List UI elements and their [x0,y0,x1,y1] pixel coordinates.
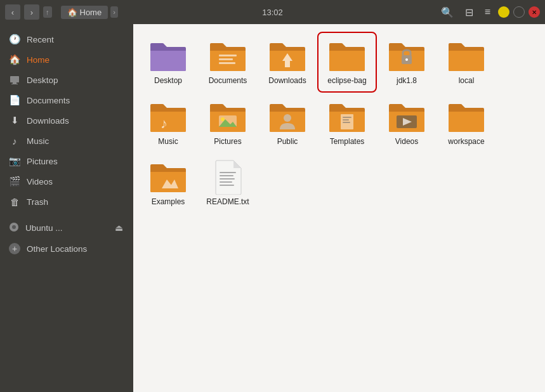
location-arrow-right[interactable]: › [110,6,118,18]
sidebar-item-videos[interactable]: 🎬 Videos [0,171,133,192]
svg-rect-24 [220,175,233,176]
sidebar-label-home: Home [27,55,49,65]
file-grid: Desktop Documents [141,34,537,211]
sidebar-item-downloads[interactable]: ⬇ Downloads [0,110,133,131]
file-item-eclipse-bag[interactable]: eclipse-bag [320,34,374,90]
videos-folder-icon [388,99,426,134]
sidebar-item-ubuntu[interactable]: Ubuntu ... ⏏ [0,217,133,238]
sidebar-item-home[interactable]: 🏠 Home [0,49,133,70]
jdk-label: jdk1.8 [397,76,417,86]
svg-rect-7 [219,62,235,64]
pictures-icon: 📷 [9,155,20,167]
sidebar-item-recent[interactable]: 🕐 Recent [0,29,133,49]
toolbar-actions: 🔍 ⊟ ≡ ✕ [437,4,540,21]
window-title: 13:02 [262,8,283,17]
back-button[interactable]: ‹ [5,4,20,20]
location-home-button[interactable]: 🏠 Home [61,6,108,19]
recent-icon: 🕐 [9,34,20,45]
workspace-label: workspace [448,137,484,147]
menu-button[interactable]: ≡ [481,4,494,20]
svg-rect-17 [343,117,351,118]
file-item-jdk[interactable]: jdk1.8 [379,34,434,90]
local-label: local [459,76,475,86]
downloads-label: Downloads [268,76,306,86]
file-item-downloads[interactable]: Downloads [260,34,315,90]
svg-point-10 [405,58,408,61]
public-folder-icon [268,99,306,134]
svg-rect-0 [10,76,19,82]
file-item-music[interactable]: ♪ Music [141,95,195,151]
sidebar-item-pictures[interactable]: 📷 Pictures [0,151,133,171]
eclipse-bag-label: eclipse-bag [327,76,366,86]
sidebar-item-documents[interactable]: 📄 Documents [0,90,133,110]
titlebar: ‹ › ↑ 🏠 Home › 13:02 🔍 ⊟ ≡ ✕ [0,0,545,24]
sidebar-label-trash: Trash [27,197,48,207]
maximize-button[interactable] [513,6,525,18]
local-folder-icon [447,38,485,74]
eclipse-bag-folder-icon [328,38,366,74]
search-button[interactable]: 🔍 [437,4,457,21]
eject-button[interactable]: ⏏ [114,221,124,234]
close-button[interactable]: ✕ [529,6,540,18]
location-bar: 🏠 Home › [61,6,118,19]
examples-label: Examples [152,197,185,207]
ubuntu-drive-icon [9,222,19,234]
home-icon: 🏠 [67,8,77,17]
sidebar-item-other-locations[interactable]: + Other Locations [0,238,133,259]
svg-rect-1 [13,82,16,84]
svg-rect-26 [220,181,232,183]
downloads-folder-icon [268,38,306,74]
workspace-folder-icon [447,99,485,134]
sidebar-label-documents: Documents [27,96,70,105]
minimize-button[interactable] [498,6,509,18]
sidebar: 🕐 Recent 🏠 Home Desktop 📄 Documents ⬇ Do… [0,24,133,392]
file-item-documents[interactable]: Documents [200,34,255,90]
sidebar-item-desktop[interactable]: Desktop [0,70,133,90]
svg-rect-18 [343,119,349,121]
ubuntu-drive-label: Ubuntu ... [25,223,63,233]
svg-rect-25 [220,178,235,180]
pictures-folder-icon [209,99,247,134]
svg-rect-2 [11,84,18,84]
public-label: Public [277,137,298,147]
file-item-templates[interactable]: Templates [320,95,374,151]
file-item-desktop[interactable]: Desktop [141,34,195,90]
music-icon: ♪ [9,135,20,147]
sidebar-item-trash[interactable]: 🗑 Trash [0,192,133,212]
sidebar-label-videos: Videos [27,177,53,186]
downloads-icon: ⬇ [9,115,20,126]
file-item-videos[interactable]: Videos [379,95,434,151]
videos-label: Videos [395,137,418,147]
up-button[interactable]: ↑ [43,6,52,18]
file-item-pictures[interactable]: Pictures [200,95,255,151]
sidebar-label-desktop: Desktop [27,75,58,85]
sidebar-label-recent: Recent [27,35,54,44]
documents-icon: 📄 [9,95,20,106]
file-item-readme[interactable]: README.txt [200,155,255,211]
file-item-local[interactable]: local [439,34,494,90]
music-folder-icon: ♪ [149,99,187,134]
svg-rect-23 [220,172,236,173]
svg-rect-27 [220,185,234,186]
forward-button[interactable]: › [24,4,39,20]
sidebar-label-downloads: Downloads [27,116,69,126]
documents-folder-icon [209,38,247,74]
templates-folder-icon [328,99,366,134]
readme-file-icon [209,159,247,195]
svg-rect-6 [219,58,233,60]
add-location-icon: + [9,243,20,254]
file-item-public[interactable]: Public [260,95,315,151]
documents-label: Documents [209,76,247,86]
location-home-label: Home [80,8,102,17]
svg-point-4 [12,225,16,229]
templates-label: Templates [330,137,365,147]
view-toggle-button[interactable]: ⊟ [461,4,477,21]
music-label: Music [158,137,178,147]
titlebar-nav: ‹ › ↑ 🏠 Home › [5,4,123,20]
svg-rect-19 [343,122,350,123]
desktop-folder-icon [149,38,187,74]
sidebar-item-music[interactable]: ♪ Music [0,131,133,151]
file-item-workspace[interactable]: workspace [439,95,494,151]
svg-text:♪: ♪ [161,115,167,131]
file-item-examples[interactable]: Examples [141,155,195,211]
